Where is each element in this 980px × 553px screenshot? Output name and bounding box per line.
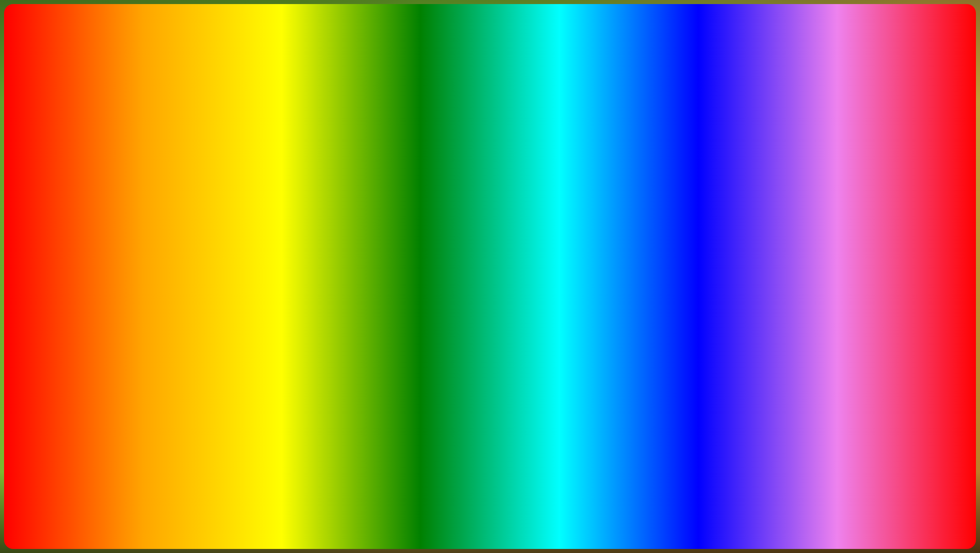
star4: ✦ xyxy=(809,263,815,271)
tab-pickups[interactable]: Pickups xyxy=(199,131,229,143)
close-btn[interactable] xyxy=(337,174,343,180)
pw-collection[interactable]: Collection xyxy=(52,234,77,240)
pinata-box: 🎊 xyxy=(594,320,787,492)
tab-normal-farm[interactable]: Normal Farm xyxy=(81,131,124,143)
pw-guis[interactable]: Guis xyxy=(52,280,63,286)
main-title: PET SIMULATOR X xyxy=(0,28,980,104)
pinata-tabs: 🎉 Event 🪙 Coins 🥚 Eggs 🎲 Misc ⚙️ Mach xyxy=(195,183,348,194)
player-icon: 👥 xyxy=(838,310,849,318)
premium-icon: 🔥 xyxy=(81,243,88,249)
server-hop-label: Server Hop xyxy=(201,246,229,252)
pinata-box-inner: 🎊 xyxy=(594,320,787,492)
pw-deleters[interactable]: Deleters xyxy=(52,257,72,263)
cloud-gui[interactable]: 📱 Gui xyxy=(113,204,178,216)
worlds-value: Cat, Axolotl Ocean, Tech, Fantasy xyxy=(240,222,316,227)
script-label: sCRIPT xyxy=(492,499,599,531)
mach-icon: ⚙️ xyxy=(316,185,322,190)
star2: ✦ xyxy=(914,169,920,177)
minimize-btn[interactable] xyxy=(321,174,327,180)
tab-fruit-farm[interactable]: Fruit Farm xyxy=(164,131,200,143)
tab-chest-farm[interactable]: Chest Farm xyxy=(124,131,163,143)
tab-mach[interactable]: ⚙️ Mach xyxy=(312,183,341,193)
pinata-emoji: 🎊 xyxy=(659,376,723,436)
pw-credits[interactable]: Credits xyxy=(52,204,70,210)
tab-misc[interactable]: 🎲 Misc xyxy=(285,183,312,193)
coins-label: Coins xyxy=(240,185,253,190)
robot-icon: 🤖 xyxy=(470,472,510,512)
game-card: 🐱 🎉 PIÑATA 🎊 EVENT ✦ ✦ ✦ ✦ [🎉 PIÑATA] Pe… xyxy=(797,137,934,332)
collect-title: Collect 🔄 xyxy=(277,159,305,166)
maximize-btn[interactable] xyxy=(329,174,335,180)
cloud-main[interactable]: Main 34 xyxy=(113,158,178,169)
cloud-misc-label: Misc xyxy=(126,254,138,260)
tab-eggs[interactable]: 🥚 Eggs xyxy=(257,183,285,193)
event-icon: 🎉 xyxy=(202,185,208,190)
visual-icon: 👁️ xyxy=(81,179,88,185)
card-title: [🎉 PIÑATA] Pet Simulator X! xyxy=(805,285,926,307)
like-icon: 👍 xyxy=(805,310,816,318)
cloud-misc[interactable]: 🌿 Misc xyxy=(113,251,178,263)
cloud-spoofer[interactable]: 🌀 Spoofer xyxy=(113,216,178,228)
card-player-stat: 👥 248.4K xyxy=(838,310,872,318)
pw-booth[interactable]: Booth xyxy=(52,227,67,232)
search-icon[interactable]: 🔍 xyxy=(301,119,309,127)
server-hop-toggle[interactable] xyxy=(327,245,343,253)
autofarm-header: Auto farm 🟢 Collect 🔄 xyxy=(183,159,305,168)
pets-label: Pets xyxy=(86,158,97,164)
tab-coins[interactable]: 🪙 Coins xyxy=(227,183,256,193)
cloud-mastery[interactable]: ⭐ Mastery xyxy=(113,228,178,239)
ignore-massive-row: Ignore Massive Piñata xyxy=(201,230,343,243)
pw-new[interactable]: New xyxy=(52,295,63,301)
cloud-booth-label: Booth Sniper xyxy=(126,242,159,248)
pinata-badge: 🎉 PIÑATA xyxy=(891,144,927,154)
mach-label: Mach xyxy=(324,185,337,190)
card-info: [🎉 PIÑATA] Pet Simulator X! 👍 92% 👥 248.… xyxy=(799,281,932,322)
cloud-visual-label: Visual xyxy=(126,195,142,201)
visual-label: Visual xyxy=(90,179,106,185)
ignore-massive-toggle[interactable] xyxy=(327,232,343,240)
cloud-booth[interactable]: 🎯 Booth Sniper xyxy=(113,239,178,251)
pw-pet[interactable]: Pet xyxy=(52,219,60,225)
farm-pinatas-toggle[interactable] xyxy=(327,209,343,217)
pw-mastery[interactable]: Mastery xyxy=(52,250,72,255)
pinata-title: Pet Simulator X - Milk Up xyxy=(201,174,267,180)
misc-label: Misc xyxy=(90,232,102,238)
star1: ✦ xyxy=(807,159,813,169)
pinata-label-bottom: PIÑATA xyxy=(345,492,480,532)
pw-misc[interactable]: Misc xyxy=(52,288,63,293)
coins-icon: 🪙 xyxy=(231,185,237,190)
boosts-icon: 🔥 xyxy=(81,168,88,175)
evo-logo: EVO V4 PSX xyxy=(81,119,123,127)
evo-search[interactable] xyxy=(128,118,296,128)
cloud-mastery-label: Mastery xyxy=(126,230,146,236)
robot-emoji: 🤖 xyxy=(479,481,502,503)
cloud-gui-label: Gui xyxy=(126,207,135,213)
farm-pinatas-row: Farm Piñatas xyxy=(201,206,343,219)
evo-nav-tabs: Normal Farm Chest Farm Fruit Farm Pickup… xyxy=(76,131,328,143)
globe-icon[interactable]: 🌐 xyxy=(314,119,323,127)
cloud-main-count: 34 xyxy=(132,161,137,167)
tab-event[interactable]: 🎉 Event xyxy=(198,183,227,193)
cloud-pets[interactable]: 🐾 Pets xyxy=(113,169,178,181)
like-percent: 92% xyxy=(816,310,830,318)
cloud-premium[interactable]: 🔥 Premium xyxy=(113,263,178,274)
star3: ✦ xyxy=(916,254,925,266)
cloud-titlebar: Cloud hub | Psx xyxy=(113,143,309,155)
misc-tab-label: Misc xyxy=(298,185,308,190)
pw-converter[interactable]: Converter xyxy=(52,242,76,248)
area-label: Area xyxy=(183,192,194,198)
autofarm-title: Auto farm 🟢 xyxy=(183,159,218,166)
boosts-label: Boosts xyxy=(90,168,108,175)
cloud-boosts[interactable]: 🔥 Boosts xyxy=(113,181,178,193)
pinatas-section-label: Piñatas xyxy=(201,198,343,203)
pw-webhook[interactable]: Webhook xyxy=(52,272,75,278)
spoofer-label: Spoofer xyxy=(90,200,110,206)
eggs-label: Eggs xyxy=(270,185,281,190)
cloud-premium-label: Premium xyxy=(126,265,149,271)
gui-icon: 📱 xyxy=(81,189,88,196)
server-hop-row: Server Hop xyxy=(201,243,343,255)
cloud-main-label: Main xyxy=(118,161,132,167)
cloud-visual[interactable]: 👁️ Visual xyxy=(113,193,178,204)
worlds-chevron[interactable]: ▲ xyxy=(338,222,343,227)
pinata-content: Piñatas Farm Piñatas Worlds Cat, Axolotl… xyxy=(195,194,348,259)
